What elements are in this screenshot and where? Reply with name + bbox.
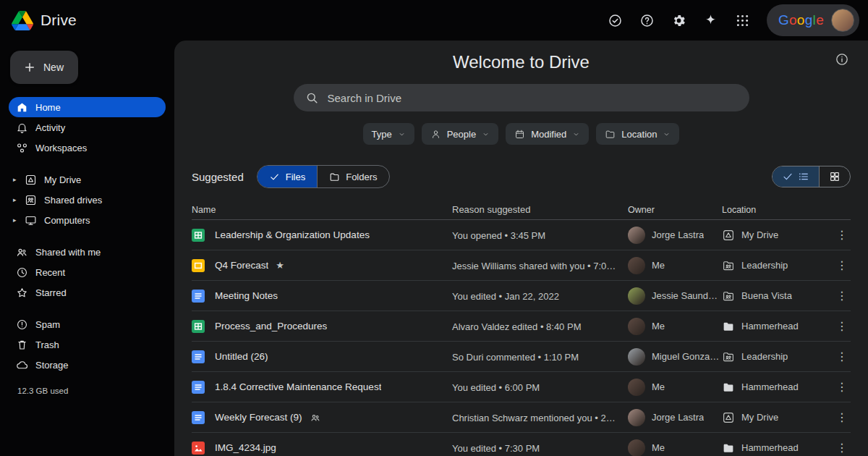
home-icon [16,101,28,114]
gemini-sparkle-icon [703,13,718,28]
owner-name: Jorge Lastra [652,412,704,423]
file-type-icon [192,381,205,394]
header-location: Location [722,205,756,215]
filter-chips: Type People Modified Location [192,123,851,145]
folder-icon [722,381,735,394]
more-options-icon[interactable]: ⋮ [833,227,851,244]
table-header: Name Reason suggested Owner Location [192,200,851,220]
more-options-icon[interactable]: ⋮ [833,318,851,335]
filter-chip-modified[interactable]: Modified [506,123,589,145]
chevron-right-icon[interactable]: ▸ [13,216,17,224]
plus-icon [23,61,36,74]
sidebar-item-recent[interactable]: Recent [9,262,166,282]
drive-brand[interactable]: Drive [12,11,77,30]
info-icon [835,52,849,67]
my-drive-location-icon [722,229,735,242]
table-row[interactable]: Untitled (26) So Duri commented • 1:10 P… [192,342,851,372]
file-name: IMG_4234.jpg [215,442,276,453]
account-avatar[interactable] [831,9,854,32]
table-body: Leadership & Organization Updates You op… [192,220,851,456]
location-name: Leadership [741,351,788,362]
gemini-button[interactable] [696,5,726,35]
owner-name: Me [652,260,665,271]
sidebar: New Home Activity Workspaces ▸ [0,41,174,456]
grid-view-button[interactable] [819,166,850,187]
check-icon [269,172,280,182]
list-view-button[interactable] [773,166,819,187]
settings-button[interactable] [664,5,694,35]
suggested-files-table: Name Reason suggested Owner Location Lea… [192,200,851,456]
table-row[interactable]: IMG_4234.jpg You edited • 7:30 PM Me Ham… [192,433,851,456]
google-account-pill[interactable]: Google [767,4,859,36]
view-toggle [772,166,851,187]
more-options-icon[interactable]: ⋮ [833,409,851,426]
file-type-icon [192,290,205,303]
info-button[interactable] [835,52,849,69]
sidebar-item-spam[interactable]: Spam [9,314,166,334]
filter-chip-type[interactable]: Type [363,123,414,145]
main-panel: Welcome to Drive Type People [174,41,868,456]
filter-chip-people[interactable]: People [422,123,498,145]
computer-icon [25,214,37,227]
table-row[interactable]: Process_and_Procedures Alvaro Valdez edi… [192,311,851,342]
more-options-icon[interactable]: ⋮ [833,439,851,456]
file-name: Leadership & Organization Updates [215,229,370,240]
bell-icon [16,122,28,134]
table-row[interactable]: Weekly Forecast (9) Christian Schwarz me… [192,402,851,433]
my-drive-location-icon [722,411,735,424]
files-folders-toggle: Files Folders [257,165,390,188]
filter-chip-location[interactable]: Location [596,123,679,145]
reason-text: You opened • 3:45 PM [452,230,545,241]
sidebar-item-starred[interactable]: Starred [9,282,166,303]
search-bar[interactable] [294,84,749,111]
help-button[interactable] [632,5,663,35]
sidebar-item-shared-drives[interactable]: ▸ Shared drives [9,190,166,210]
more-options-icon[interactable]: ⋮ [833,287,851,305]
apps-grid-icon [735,13,750,28]
folders-toggle-button[interactable]: Folders [317,166,388,187]
list-view-icon [798,171,809,182]
chevron-right-icon[interactable]: ▸ [13,176,17,183]
search-input[interactable] [328,92,738,104]
reason-text: You edited • Jan 22, 2022 [452,291,559,302]
sidebar-item-shared-with-me[interactable]: Shared with me [9,242,166,262]
more-options-icon[interactable]: ⋮ [833,348,851,366]
new-button[interactable]: New [10,51,78,84]
owner-name: Jessie Saund… [652,290,718,301]
offline-status-button[interactable] [600,5,631,35]
nav-group-main: Home Activity Workspaces [9,97,166,158]
chevron-right-icon[interactable]: ▸ [13,196,17,203]
person-icon [430,129,441,140]
table-row[interactable]: Meeting Notes You edited • Jan 22, 2022 … [192,281,851,311]
sidebar-item-home[interactable]: Home [9,97,166,117]
reason-text: So Duri commented • 1:10 PM [452,352,579,363]
check-icon [782,171,793,182]
table-row[interactable]: 1.8.4 Corrective Maintenance Request You… [192,372,851,402]
workspaces-icon [16,142,28,154]
table-row[interactable]: Q4 Forecast ★ Jessie Williams shared wit… [192,250,851,281]
spam-icon [16,318,28,331]
owner-avatar [628,227,645,244]
search-icon [305,91,319,105]
owner-name: Miguel Gonza… [652,351,719,362]
owner-avatar [628,439,645,456]
calendar-icon [514,129,525,140]
sidebar-item-trash[interactable]: Trash [9,334,166,355]
more-options-icon[interactable]: ⋮ [833,379,851,396]
file-name: Q4 Forecast [215,260,268,271]
shared-folder-icon [722,259,735,272]
sidebar-item-workspaces[interactable]: Workspaces [9,138,166,158]
sidebar-item-my-drive[interactable]: ▸ My Drive [9,169,166,190]
sidebar-item-activity[interactable]: Activity [9,117,166,138]
sidebar-item-computers[interactable]: ▸ Computers [9,210,166,230]
table-row[interactable]: Leadership & Organization Updates You op… [192,220,851,250]
star-icon [16,287,28,299]
reason-text: You edited • 6:00 PM [452,382,540,393]
more-options-icon[interactable]: ⋮ [833,257,851,274]
owner-avatar [628,287,645,305]
sidebar-item-storage[interactable]: Storage [9,355,166,375]
cloud-icon [16,359,28,371]
file-type-icon [192,320,205,333]
apps-grid-button[interactable] [728,5,758,35]
files-toggle-button[interactable]: Files [258,166,317,187]
